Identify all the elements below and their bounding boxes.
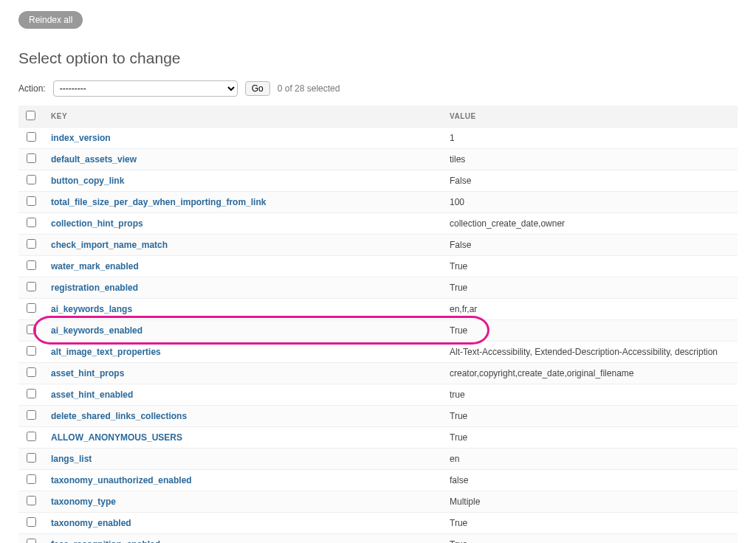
row-key-link[interactable]: default_assets_view [51, 154, 137, 165]
table-row: check_import_name_matchFalse [18, 235, 738, 256]
row-key-link[interactable]: button_copy_link [51, 176, 124, 186]
row-key-link[interactable]: registration_enabled [51, 283, 138, 293]
row-key-cell: water_mark_enabled [44, 256, 442, 277]
row-key-cell: index_version [44, 128, 442, 149]
table-row: langs_listen [18, 449, 738, 470]
row-checkbox[interactable] [27, 389, 36, 398]
row-checkbox-cell [18, 406, 44, 427]
table-row: delete_shared_links_collectionsTrue [18, 406, 738, 427]
row-key-link[interactable]: collection_hint_props [51, 218, 143, 229]
row-checkbox-cell [18, 427, 44, 449]
row-checkbox[interactable] [27, 218, 36, 227]
row-key-link[interactable]: alt_image_text_properties [51, 347, 161, 357]
row-checkbox-cell [18, 384, 44, 406]
table-row: ALLOW_ANONYMOUS_USERSTrue [18, 427, 738, 449]
table-row: water_mark_enabledTrue [18, 256, 738, 277]
row-checkbox-cell [18, 149, 44, 170]
row-checkbox[interactable] [27, 132, 36, 142]
options-table: KEY VALUE index_version1default_assets_v… [18, 106, 738, 543]
row-checkbox[interactable] [27, 496, 36, 505]
select-all-checkbox[interactable] [26, 111, 35, 120]
row-key-link[interactable]: ai_keywords_enabled [51, 325, 142, 336]
row-checkbox-cell [18, 192, 44, 213]
row-key-link[interactable]: ai_keywords_langs [51, 304, 132, 314]
row-key-link[interactable]: check_import_name_match [51, 240, 168, 250]
table-row: alt_image_text_propertiesAlt-Text-Access… [18, 342, 738, 363]
row-checkbox[interactable] [27, 517, 36, 527]
reindex-all-button[interactable]: Reindex all [18, 11, 83, 29]
row-key-link[interactable]: delete_shared_links_collections [51, 411, 187, 421]
row-key-link[interactable]: taxonomy_unauthorized_enabled [51, 475, 192, 485]
select-all-header [18, 106, 44, 128]
row-checkbox[interactable] [27, 539, 36, 543]
row-value-cell: False [442, 170, 738, 192]
action-bar: Action: --------- Go 0 of 28 selected [18, 80, 738, 97]
row-key-cell: check_import_name_match [44, 235, 442, 256]
row-value-cell: en [442, 449, 738, 470]
row-checkbox[interactable] [27, 432, 36, 441]
table-row: button_copy_linkFalse [18, 170, 738, 192]
row-key-cell: ALLOW_ANONYMOUS_USERS [44, 427, 442, 449]
table-row: asset_hint_propscreator,copyright,create… [18, 363, 738, 384]
row-checkbox[interactable] [27, 325, 36, 334]
row-key-link[interactable]: asset_hint_props [51, 368, 124, 378]
row-value-cell: True [442, 277, 738, 299]
row-checkbox-cell [18, 128, 44, 149]
row-checkbox[interactable] [27, 303, 36, 313]
row-key-cell: langs_list [44, 449, 442, 470]
row-key-cell: collection_hint_props [44, 213, 442, 235]
row-key-cell: default_assets_view [44, 149, 442, 170]
row-key-link[interactable]: face_recognition_enabled [51, 539, 160, 543]
row-checkbox-cell [18, 534, 44, 544]
table-row: ai_keywords_langsen,fr,ar [18, 299, 738, 320]
row-key-link[interactable]: index_version [51, 133, 111, 143]
row-checkbox[interactable] [27, 282, 36, 291]
row-value-cell: True [442, 513, 738, 534]
action-select[interactable]: --------- [53, 80, 238, 97]
table-row: asset_hint_enabledtrue [18, 384, 738, 406]
table-row: registration_enabledTrue [18, 277, 738, 299]
row-checkbox-cell [18, 256, 44, 277]
row-key-link[interactable]: asset_hint_enabled [51, 390, 133, 400]
row-checkbox[interactable] [27, 260, 36, 270]
column-header-value[interactable]: VALUE [442, 106, 738, 128]
row-value-cell: True [442, 320, 738, 342]
row-checkbox[interactable] [27, 453, 36, 463]
row-checkbox[interactable] [27, 239, 36, 249]
table-row: ai_keywords_enabledTrue [18, 320, 738, 342]
row-checkbox[interactable] [27, 153, 36, 163]
row-checkbox-cell [18, 513, 44, 534]
row-key-link[interactable]: taxonomy_type [51, 497, 116, 507]
row-checkbox-cell [18, 320, 44, 342]
column-header-key[interactable]: KEY [44, 106, 442, 128]
row-checkbox[interactable] [27, 410, 36, 420]
row-key-cell: alt_image_text_properties [44, 342, 442, 363]
row-value-cell: true [442, 384, 738, 406]
table-row: total_file_size_per_day_when_importing_f… [18, 192, 738, 213]
page-title: Select option to change [18, 49, 738, 67]
table-row: taxonomy_unauthorized_enabledfalse [18, 470, 738, 491]
row-checkbox[interactable] [27, 474, 36, 484]
row-checkbox[interactable] [27, 196, 36, 206]
row-checkbox-cell [18, 342, 44, 363]
row-value-cell: 100 [442, 192, 738, 213]
row-checkbox-cell [18, 235, 44, 256]
row-key-cell: taxonomy_enabled [44, 513, 442, 534]
row-key-cell: ai_keywords_langs [44, 299, 442, 320]
row-value-cell: True [442, 427, 738, 449]
row-checkbox[interactable] [27, 346, 36, 356]
go-button[interactable]: Go [245, 81, 270, 96]
table-row: default_assets_viewtiles [18, 149, 738, 170]
row-value-cell: collection_create_date,owner [442, 213, 738, 235]
row-key-cell: ai_keywords_enabled [44, 320, 442, 342]
row-value-cell: creator,copyright,create_date,original_f… [442, 363, 738, 384]
row-key-link[interactable]: water_mark_enabled [51, 261, 139, 272]
row-key-link[interactable]: taxonomy_enabled [51, 518, 131, 528]
row-key-link[interactable]: ALLOW_ANONYMOUS_USERS [51, 432, 182, 443]
row-checkbox[interactable] [27, 175, 36, 184]
row-checkbox[interactable] [27, 367, 36, 377]
row-key-link[interactable]: total_file_size_per_day_when_importing_f… [51, 197, 266, 207]
row-key-link[interactable]: langs_list [51, 454, 92, 464]
row-key-cell: face_recognition_enabled [44, 534, 442, 544]
row-key-cell: taxonomy_unauthorized_enabled [44, 470, 442, 491]
